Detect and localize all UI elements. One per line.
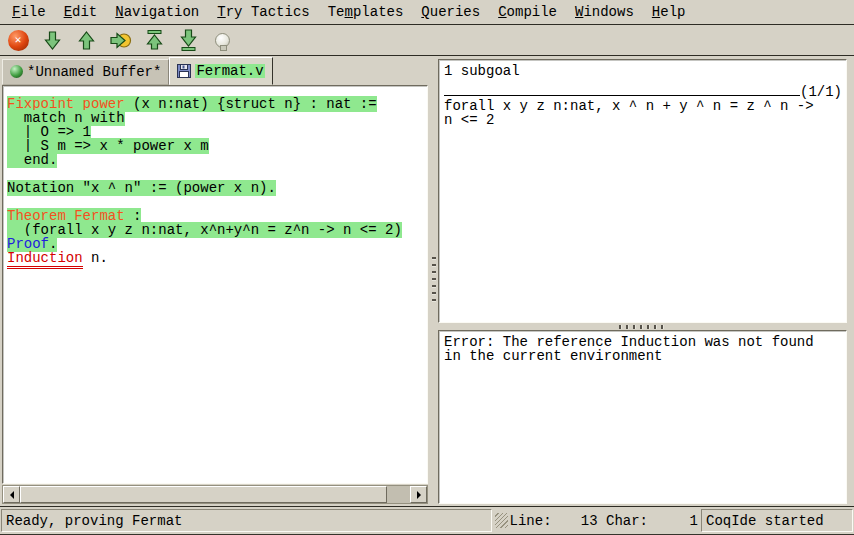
menu-queries[interactable]: Queries [412, 2, 489, 22]
code-line[interactable]: Fixpoint power (x n:nat) {struct n} : na… [7, 97, 427, 111]
left-arrow-icon [6, 491, 14, 499]
scroll-right-button[interactable] [410, 486, 427, 503]
tab-fermat-v[interactable]: Fermat.v [169, 57, 272, 85]
goal-rule [444, 95, 800, 96]
goal-statement: forall x y z n:nat, x ^ n + y ^ n = z ^ … [444, 99, 842, 127]
code-line[interactable]: Notation "x ^ n" := (power x n). [7, 181, 427, 195]
error-message-line: Error: The reference Induction was not f… [444, 335, 842, 349]
step-forward-icon [43, 30, 62, 51]
coqide-window: FileEditNavigationTry TacticsTemplatesQu… [0, 0, 854, 535]
app-status-text: CoqIde started [706, 514, 824, 528]
go-to-start-button[interactable] [141, 27, 167, 53]
menu-file[interactable]: File [3, 2, 55, 22]
cursor-position: Line: 13 Char: 1 [510, 509, 698, 532]
right-arrow-icon [417, 491, 425, 499]
go-to-cursor-icon [109, 31, 132, 50]
proof-column: 1 subgoal (1/1) forall x y z n:nat, x ^ … [438, 56, 854, 506]
tab-unnamed-buffer[interactable]: *Unnamed Buffer* [2, 59, 169, 85]
buffer-status-icon [10, 65, 23, 78]
resize-grip-icon[interactable] [495, 513, 508, 528]
horizontal-pane-splitter[interactable] [438, 323, 847, 330]
code-line[interactable]: Theorem Fermat : [7, 209, 427, 223]
char-value: 1 [648, 514, 698, 528]
menu-navigation[interactable]: Navigation [106, 2, 208, 22]
scrollbar-track[interactable] [20, 486, 410, 503]
go-to-start-icon [145, 29, 164, 51]
stop-button[interactable]: ✕ [5, 27, 31, 53]
goal-line: forall x y z n:nat, x ^ n + y ^ n = z ^ … [444, 99, 842, 113]
line-label: Line: [510, 514, 552, 528]
lightbulb-icon [215, 33, 230, 48]
code-line[interactable]: (forall x y z n:nat, x^n+y^n = z^n -> n … [7, 223, 427, 237]
goal-counter: (1/1) [800, 85, 842, 99]
statusbar: Ready, proving Fermat Line: 13 Char: 1 C… [0, 506, 854, 534]
go-to-end-icon [179, 29, 198, 51]
splitter-grip-icon [432, 257, 436, 303]
code-line[interactable]: | S m => x * power x m [7, 139, 427, 153]
code-line[interactable]: Induction n. [7, 251, 427, 265]
save-icon [177, 64, 191, 78]
toolbar: ✕ [0, 25, 854, 56]
app-status: CoqIde started [701, 509, 853, 532]
script-editor[interactable]: Fixpoint power (x n:nat) {struct n} : na… [2, 85, 428, 484]
scrollbar-thumb[interactable] [20, 486, 387, 503]
hints-button[interactable] [209, 27, 235, 53]
editor-hscrollbar [2, 485, 428, 504]
goal-panel: 1 subgoal (1/1) forall x y z n:nat, x ^ … [438, 59, 847, 323]
tab-label: *Unnamed Buffer* [27, 65, 161, 79]
code-line[interactable]: | O => 1 [7, 125, 427, 139]
goal-header: 1 subgoal [444, 64, 842, 78]
script-column: *Unnamed Buffer* Fermat.v Fixpoint power… [0, 56, 429, 506]
menu-compile[interactable]: Compile [489, 2, 566, 22]
menu-windows[interactable]: Windows [566, 2, 643, 22]
go-to-end-button[interactable] [175, 27, 201, 53]
menu-try-tactics[interactable]: Try Tactics [208, 2, 318, 22]
code-line[interactable]: Proof. [7, 237, 427, 251]
step-backward-button[interactable] [73, 27, 99, 53]
step-forward-button[interactable] [39, 27, 65, 53]
splitter-grip-icon [619, 325, 667, 329]
scroll-left-button[interactable] [3, 486, 20, 503]
step-backward-icon [77, 30, 96, 51]
menu-templates[interactable]: Templates [319, 2, 413, 22]
char-label: Char: [606, 514, 648, 528]
main-area: *Unnamed Buffer* Fermat.v Fixpoint power… [0, 56, 854, 506]
stop-icon: ✕ [8, 30, 29, 51]
messages-panel: Error: The reference Induction was not f… [438, 330, 847, 504]
vertical-pane-splitter[interactable] [429, 56, 438, 506]
line-value: 13 [552, 514, 598, 528]
code-line[interactable]: match n with [7, 111, 427, 125]
buffer-tabbar: *Unnamed Buffer* Fermat.v [0, 56, 429, 85]
code-line[interactable] [7, 195, 427, 209]
go-to-cursor-button[interactable] [107, 27, 133, 53]
status-message-text: Ready, proving Fermat [6, 514, 182, 528]
goal-line: n <= 2 [444, 113, 842, 127]
code-line[interactable] [7, 167, 427, 181]
status-message: Ready, proving Fermat [1, 509, 492, 532]
code-line[interactable]: end. [7, 153, 427, 167]
goal-separator: (1/1) [444, 85, 842, 99]
tab-label: Fermat.v [195, 64, 264, 78]
menu-edit[interactable]: Edit [55, 2, 107, 22]
menu-help[interactable]: Help [643, 2, 695, 22]
error-message-line: in the current environment [444, 349, 842, 363]
menubar: FileEditNavigationTry TacticsTemplatesQu… [0, 0, 854, 25]
